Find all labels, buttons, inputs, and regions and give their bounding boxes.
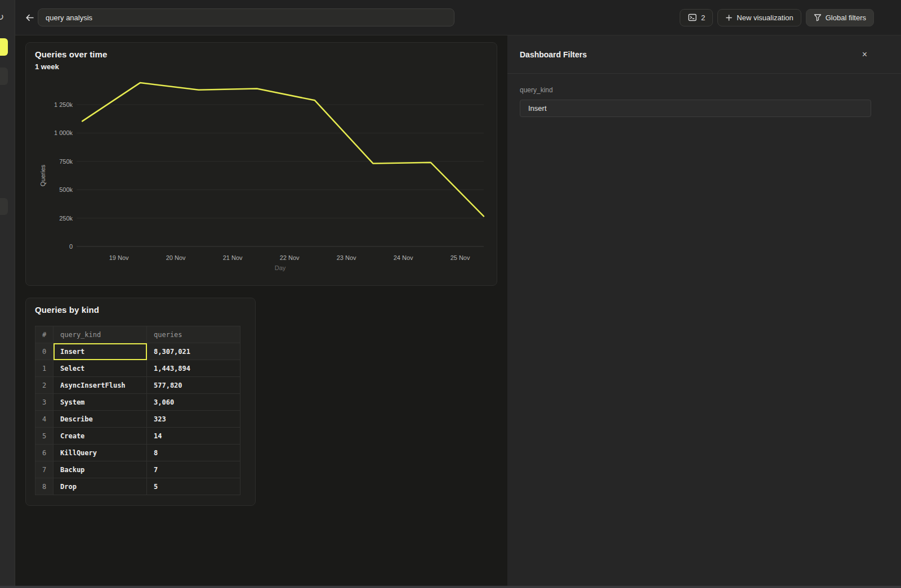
table-cell[interactable]: Drop (53, 478, 147, 495)
queries-by-kind-table: #query_kindqueries 0Insert8,307,0211Sele… (35, 326, 240, 495)
svg-text:24 Nov: 24 Nov (394, 254, 413, 261)
back-button[interactable] (23, 11, 36, 24)
table-cell[interactable]: Create (53, 428, 147, 445)
top-bar-actions: 2 New visualization Global filters (680, 9, 874, 26)
svg-text:25 Nov: 25 Nov (450, 254, 470, 261)
column-header-queries[interactable]: queries (147, 326, 240, 343)
row-index-cell[interactable]: 0 (35, 343, 53, 360)
table-cell[interactable]: Describe (53, 411, 147, 428)
queries-by-kind-card: Queries by kind #query_kindqueries 0Inse… (25, 298, 256, 506)
dashboard-title-input[interactable] (38, 8, 454, 26)
row-index-cell[interactable]: 5 (35, 428, 53, 445)
table-row: 7Backup7 (35, 461, 240, 478)
svg-text:0: 0 (69, 243, 73, 250)
table-row: 2AsyncInsertFlush577,820 (35, 377, 240, 394)
sidebar-item[interactable] (0, 68, 8, 85)
new-visualization-button[interactable]: New visualization (717, 9, 801, 26)
row-index-cell[interactable]: 7 (35, 461, 53, 478)
row-index-cell[interactable]: 6 (35, 445, 53, 461)
table-cell[interactable]: 8 (147, 445, 240, 461)
table-cell[interactable]: 8,307,021 (147, 343, 240, 360)
history-icon[interactable]: ↻ (0, 11, 4, 23)
svg-text:1 250k: 1 250k (54, 101, 73, 108)
table-cell[interactable]: Insert (53, 343, 147, 360)
svg-text:250k: 250k (59, 215, 73, 222)
row-index-cell[interactable]: 8 (35, 478, 53, 495)
svg-text:23 Nov: 23 Nov (337, 254, 356, 261)
table-cell[interactable]: AsyncInsertFlush (53, 377, 147, 394)
sidebar-item[interactable] (0, 198, 8, 215)
svg-text:21 Nov: 21 Nov (223, 254, 243, 261)
row-index-cell[interactable]: 2 (35, 377, 53, 394)
table-cell[interactable]: KillQuery (53, 445, 147, 461)
table-header-row: #query_kindqueries (35, 326, 240, 343)
table-cell[interactable]: 3,060 (147, 394, 240, 411)
global-filters-button[interactable]: Global filters (806, 9, 874, 26)
main-content: Queries over time 1 week 0250k500k750k1 … (15, 35, 507, 588)
svg-text:750k: 750k (59, 158, 73, 165)
row-index-cell[interactable]: 3 (35, 394, 53, 411)
table-cell[interactable]: System (53, 394, 147, 411)
table-cell[interactable]: 7 (147, 461, 240, 478)
filters-panel-header: Dashboard Filters × (507, 35, 901, 74)
plus-icon (725, 14, 733, 21)
table-row: 1Select1,443,894 (35, 360, 240, 377)
sidebar-item-active[interactable] (0, 38, 8, 56)
filters-panel-body: query_kind Insert (507, 74, 901, 129)
svg-text:22 Nov: 22 Nov (280, 254, 300, 261)
table-title: Queries by kind (35, 305, 99, 315)
table-cell[interactable]: 14 (147, 428, 240, 445)
close-icon[interactable]: × (861, 49, 868, 60)
svg-text:1 000k: 1 000k (54, 129, 73, 136)
tabs-count: 2 (701, 14, 705, 22)
svg-text:Day: Day (275, 264, 286, 271)
top-bar: 2 New visualization Global filters (15, 0, 901, 35)
table-row: 0Insert8,307,021 (35, 343, 240, 360)
filter-selected-value: Insert (528, 104, 547, 113)
table-cell[interactable]: 577,820 (147, 377, 240, 394)
filters-panel-title: Dashboard Filters (520, 50, 587, 59)
arrow-left-icon (25, 13, 34, 23)
window-bottom-edge (0, 586, 901, 588)
filter-field-label: query_kind (520, 86, 889, 94)
table-row: 6KillQuery8 (35, 445, 240, 461)
table-cell[interactable]: Select (53, 360, 147, 377)
sql-console-tabs-button[interactable]: 2 (680, 9, 713, 26)
queries-over-time-card: Queries over time 1 week 0250k500k750k1 … (25, 42, 497, 286)
new-visualization-label: New visualization (737, 14, 793, 22)
svg-text:20 Nov: 20 Nov (166, 254, 186, 261)
table-row: 8Drop5 (35, 478, 240, 495)
terminal-icon (688, 13, 697, 22)
svg-text:Queries: Queries (39, 164, 46, 186)
row-index-cell[interactable]: 4 (35, 411, 53, 428)
queries-line-series (82, 83, 484, 216)
table-row: 4Describe323 (35, 411, 240, 428)
queries-line-chart: 0250k500k750k1 000k1 250k19 Nov20 Nov21 … (26, 43, 498, 286)
table-row: 3System3,060 (35, 394, 240, 411)
table-cell[interactable]: Backup (53, 461, 147, 478)
column-header-index[interactable]: # (35, 326, 53, 343)
left-sidebar: ↻ (0, 0, 15, 588)
row-index-cell[interactable]: 1 (35, 360, 53, 377)
svg-text:500k: 500k (59, 186, 73, 193)
column-header-query_kind[interactable]: query_kind (53, 326, 147, 343)
svg-text:19 Nov: 19 Nov (109, 254, 129, 261)
global-filters-label: Global filters (826, 14, 866, 22)
table-cell[interactable]: 323 (147, 411, 240, 428)
table-cell[interactable]: 1,443,894 (147, 360, 240, 377)
query-kind-filter-select[interactable]: Insert (520, 100, 871, 117)
funnel-icon (814, 14, 822, 21)
dashboard-filters-panel: Dashboard Filters × query_kind Insert (507, 35, 901, 588)
table-cell[interactable]: 5 (147, 478, 240, 495)
table-row: 5Create14 (35, 428, 240, 445)
